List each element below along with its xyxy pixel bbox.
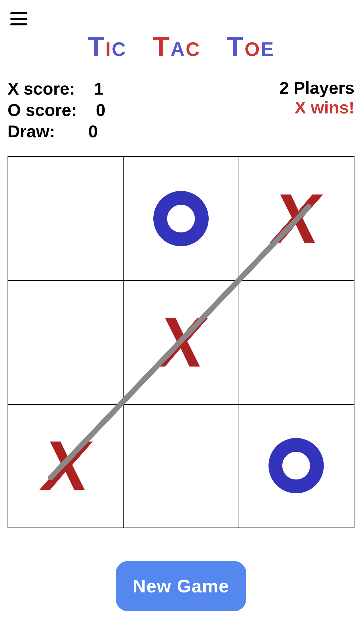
o-score-value: 0	[96, 100, 105, 119]
cell-0-1[interactable]	[123, 157, 239, 280]
score-left: X score: 1 O score: 0 Draw: 0	[8, 78, 105, 142]
draw-score-line: Draw: 0	[8, 121, 105, 142]
menu-bar-3	[10, 23, 27, 25]
cell-0-0[interactable]	[8, 157, 123, 280]
o-score-line: O score: 0	[8, 99, 105, 121]
new-game-button[interactable]: New Game	[116, 561, 246, 611]
x-piece: X	[42, 430, 89, 501]
x-piece: X	[273, 183, 320, 254]
x-score-value: 1	[94, 79, 104, 98]
x-piece: X	[158, 307, 205, 377]
game-title: Tic Tac Toe	[0, 30, 362, 62]
x-score-line: X score: 1	[8, 78, 105, 99]
cell-1-1[interactable]: X	[123, 280, 239, 404]
o-piece	[268, 438, 324, 493]
cell-1-2[interactable]	[239, 280, 354, 404]
o-score-label: O score:	[8, 100, 77, 119]
cell-2-1[interactable]	[123, 404, 239, 528]
menu-bar-2	[10, 18, 27, 20]
cell-2-0[interactable]: X	[8, 404, 123, 528]
winner-label: X wins!	[279, 98, 354, 117]
score-right: 2 Players X wins!	[279, 78, 354, 117]
draw-score-label: Draw:	[8, 122, 55, 141]
board-container: X X X	[8, 156, 354, 528]
cell-2-2[interactable]	[239, 404, 354, 528]
game-board[interactable]: X X X	[8, 156, 354, 528]
o-piece	[153, 191, 209, 246]
players-mode: 2 Players	[279, 78, 354, 98]
x-score-label: X score:	[8, 79, 75, 98]
draw-score-value: 0	[88, 122, 98, 141]
menu-button[interactable]	[8, 8, 30, 30]
cell-1-0[interactable]	[8, 280, 123, 404]
cell-0-2[interactable]: X	[239, 157, 354, 280]
menu-bar-1	[10, 12, 27, 14]
